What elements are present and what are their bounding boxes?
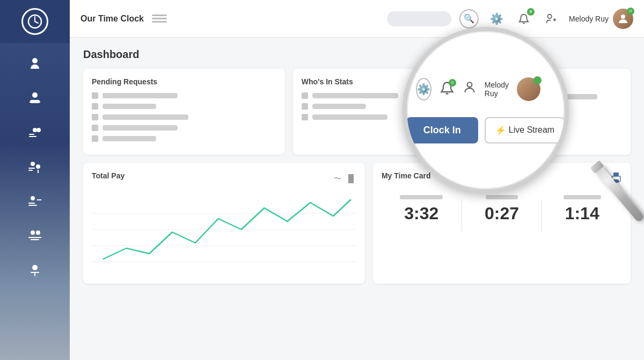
home-icon bbox=[25, 54, 45, 73]
notification-badge: 0 bbox=[527, 8, 535, 16]
my-time-card-title: My Time Card bbox=[382, 171, 431, 180]
pending-requests-widget: Pending Requests bbox=[83, 69, 285, 155]
employees-icon bbox=[25, 88, 45, 107]
stat-1-label bbox=[400, 195, 443, 199]
svg-point-29 bbox=[621, 15, 625, 19]
sidebar-logo bbox=[0, 0, 70, 43]
whos-in-stats-title: Who's In Stats bbox=[302, 77, 486, 86]
help-icon bbox=[25, 260, 45, 279]
sidebar bbox=[0, 0, 70, 360]
sidebar-item-tools[interactable] bbox=[0, 220, 70, 250]
stat-2-value: 0:27 bbox=[485, 204, 519, 224]
topbar-settings-button[interactable]: ⚙️ bbox=[487, 9, 506, 28]
svg-rect-7 bbox=[29, 134, 34, 135]
logo-icon bbox=[21, 8, 48, 35]
svg-point-26 bbox=[548, 14, 552, 18]
svg-point-15 bbox=[31, 196, 35, 200]
svg-rect-22 bbox=[31, 239, 39, 240]
sidebar-nav bbox=[0, 43, 70, 290]
schedule-icon bbox=[25, 123, 45, 142]
topbar-divider bbox=[152, 15, 167, 23]
user-name: Melody Ruy bbox=[569, 15, 609, 23]
stat-1-value: 3:32 bbox=[404, 204, 438, 224]
svg-rect-8 bbox=[29, 136, 36, 137]
whos-in-stats-widget: Who's In Stats bbox=[293, 69, 495, 155]
topbar: Our Time Clock 🔍 ⚙️ 0 Mel bbox=[70, 0, 644, 38]
timecard-header: My Time Card bbox=[382, 171, 622, 186]
chart-header: Total Pay 〜 ▐▌ bbox=[92, 171, 356, 186]
main-content: Our Time Clock 🔍 ⚙️ 0 Mel bbox=[70, 0, 644, 360]
sidebar-item-employees[interactable] bbox=[0, 83, 70, 113]
sidebar-item-home[interactable] bbox=[0, 48, 70, 78]
add-widget-label: Add bbox=[525, 78, 539, 87]
reports-icon bbox=[25, 157, 45, 176]
add-circle-icon: + bbox=[511, 77, 522, 88]
svg-point-23 bbox=[32, 265, 38, 270]
svg-point-9 bbox=[36, 128, 41, 132]
add-widget-button[interactable]: + Add bbox=[511, 77, 622, 88]
svg-point-10 bbox=[31, 162, 35, 166]
stat-3-value: 1:14 bbox=[565, 204, 599, 224]
line-chart-svg bbox=[92, 192, 356, 275]
timecard-stat-3: 1:14 bbox=[542, 195, 622, 224]
top-widgets-row: Pending Requests Who's In Stats bbox=[83, 69, 631, 155]
timecard-stats: 3:32 0:27 1:14 bbox=[382, 195, 622, 232]
chart-icons: 〜 ▐▌ bbox=[334, 174, 356, 184]
pending-requests-title: Pending Requests bbox=[92, 77, 276, 86]
topbar-user-add-button[interactable] bbox=[541, 9, 561, 28]
app-container: Our Time Clock 🔍 ⚙️ 0 Mel bbox=[0, 0, 644, 360]
svg-point-13 bbox=[36, 164, 40, 169]
svg-point-3 bbox=[32, 92, 38, 98]
total-pay-title: Total Pay bbox=[92, 171, 125, 180]
topbar-search-button[interactable]: 🔍 bbox=[459, 9, 479, 28]
bottom-widgets-row: Total Pay 〜 ▐▌ bbox=[83, 163, 631, 284]
sidebar-item-reports[interactable] bbox=[0, 152, 70, 182]
dashboard-title: Dashboard bbox=[83, 48, 631, 61]
add-widget: + Add bbox=[503, 69, 631, 155]
my-time-card-widget: My Time Card 3:32 bbox=[373, 163, 631, 284]
total-pay-widget: Total Pay 〜 ▐▌ bbox=[83, 163, 365, 284]
svg-rect-35 bbox=[613, 172, 619, 176]
add-widget-placeholder bbox=[511, 93, 622, 146]
svg-rect-36 bbox=[613, 179, 619, 183]
avatar-badge: 0 bbox=[627, 8, 634, 15]
line-chart-icon[interactable]: 〜 bbox=[334, 174, 341, 184]
svg-rect-16 bbox=[28, 203, 35, 204]
svg-rect-17 bbox=[28, 205, 37, 206]
sidebar-item-settings[interactable] bbox=[0, 186, 70, 216]
topbar-search-bar[interactable] bbox=[387, 11, 451, 26]
dashboard: Dashboard Pending Requests Who's In Stat… bbox=[70, 38, 644, 360]
sidebar-item-schedule[interactable] bbox=[0, 117, 70, 147]
stat-3-label bbox=[564, 195, 601, 199]
topbar-notifications-button[interactable]: 0 bbox=[514, 9, 533, 28]
svg-line-2 bbox=[35, 21, 38, 23]
user-avatar-wrapper: 0 bbox=[613, 9, 633, 29]
timecard-print-icon[interactable] bbox=[610, 172, 622, 186]
tools-icon bbox=[25, 226, 45, 245]
svg-rect-24 bbox=[31, 272, 39, 273]
bar-chart-icon[interactable]: ▐▌ bbox=[346, 174, 356, 184]
user-info[interactable]: Melody Ruy 0 bbox=[569, 9, 633, 29]
sidebar-item-help[interactable] bbox=[0, 255, 70, 285]
svg-rect-12 bbox=[28, 170, 33, 171]
svg-point-20 bbox=[36, 231, 40, 235]
stat-2-label bbox=[486, 195, 518, 199]
timecard-stat-2: 0:27 bbox=[462, 195, 542, 224]
app-title: Our Time Clock bbox=[80, 14, 144, 24]
svg-rect-21 bbox=[28, 237, 41, 238]
timecard-stat-1: 3:32 bbox=[382, 195, 462, 224]
svg-point-19 bbox=[31, 231, 35, 235]
svg-rect-11 bbox=[28, 168, 35, 169]
chart-area bbox=[92, 192, 356, 275]
svg-point-6 bbox=[33, 128, 37, 132]
settings-icon bbox=[25, 191, 45, 211]
